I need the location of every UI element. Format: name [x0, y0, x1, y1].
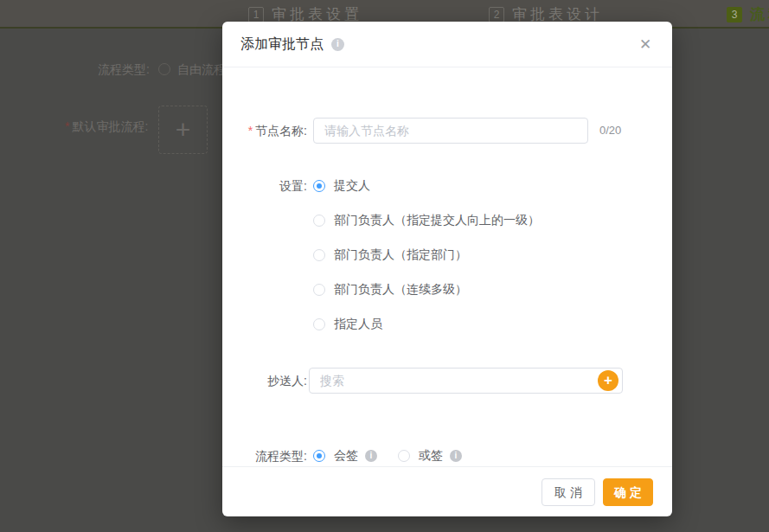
radio-option-dept-head-multi-level[interactable]: 部门负责人（连续多级）	[313, 277, 467, 303]
radio-label: 指定人员	[334, 317, 382, 332]
radio-icon[interactable]	[313, 249, 325, 261]
radio-label: 提交人	[334, 178, 370, 194]
flow-type-label: 流程类型:	[222, 443, 307, 469]
radio-icon[interactable]	[313, 318, 325, 330]
node-name-label-text: 节点名称:	[255, 124, 307, 138]
bg-free-flow-radio[interactable]	[158, 63, 170, 75]
add-approval-node-dialog: 添加审批节点 i ✕ *节点名称: 0/20 设置: 提交人 部门负责人（指定提…	[222, 22, 672, 516]
dialog-title: 添加审批节点	[240, 35, 324, 54]
char-counter: 0/20	[599, 118, 621, 144]
radio-icon[interactable]	[313, 450, 325, 462]
cc-search-input[interactable]	[309, 368, 623, 394]
step-flow-settings-active[interactable]: 3 流程	[727, 0, 769, 29]
radio-option-dept-head-one-level-up[interactable]: 部门负责人（指定提交人向上的一级）	[313, 208, 540, 234]
required-asterisk: *	[248, 124, 253, 138]
settings-label: 设置:	[222, 173, 307, 199]
step-number-badge: 1	[248, 7, 264, 22]
node-name-input[interactable]	[313, 118, 588, 144]
bg-add-node-button[interactable]: +	[158, 106, 208, 154]
cancel-button[interactable]: 取消	[542, 478, 595, 506]
bg-default-flow-label: *默认审批流程:	[65, 119, 148, 135]
radio-option-submitter[interactable]: 提交人	[313, 173, 370, 199]
step-number-badge: 3	[727, 7, 742, 22]
or-sign-info-icon[interactable]: i	[450, 450, 462, 462]
radio-icon[interactable]	[313, 284, 325, 296]
step-number-badge: 2	[489, 7, 504, 22]
bg-free-flow-label: 自由流程	[177, 62, 226, 78]
radio-icon[interactable]	[398, 450, 410, 462]
add-cc-icon[interactable]: +	[598, 370, 618, 391]
bg-required-asterisk: *	[65, 119, 69, 133]
cc-label: 抄送人:	[222, 368, 307, 394]
radio-label: 部门负责人（指定提交人向上的一级）	[334, 213, 540, 228]
radio-label: 或签	[419, 448, 443, 464]
radio-option-or-sign[interactable]: 或签 i	[398, 448, 462, 464]
radio-label: 部门负责人（连续多级）	[334, 282, 467, 298]
confirm-button[interactable]: 确定	[603, 478, 653, 506]
bg-default-flow-label-text: 默认审批流程:	[72, 119, 148, 133]
step-label: 流程	[750, 4, 769, 24]
close-icon[interactable]: ✕	[636, 35, 655, 54]
cc-search-field: +	[309, 368, 623, 394]
radio-option-specified-person[interactable]: 指定人员	[313, 311, 382, 337]
radio-icon[interactable]	[313, 180, 325, 192]
node-name-label: *节点名称:	[222, 118, 307, 144]
radio-label: 会签	[334, 448, 358, 464]
flow-type-radio-group: 会签 i 或签 i	[313, 443, 462, 469]
countersign-info-icon[interactable]: i	[365, 450, 377, 462]
radio-option-dept-head-specified-dept[interactable]: 部门负责人（指定部门）	[313, 242, 467, 268]
radio-option-countersign[interactable]: 会签 i	[313, 448, 377, 464]
dialog-header: 添加审批节点 i ✕	[222, 22, 672, 67]
title-info-icon[interactable]: i	[331, 38, 344, 51]
radio-label: 部门负责人（指定部门）	[334, 247, 467, 263]
plus-icon: +	[176, 117, 191, 143]
bg-flow-type-label: 流程类型:	[98, 62, 150, 78]
dialog-footer: 取消 确定	[222, 466, 672, 516]
radio-icon[interactable]	[313, 215, 325, 227]
